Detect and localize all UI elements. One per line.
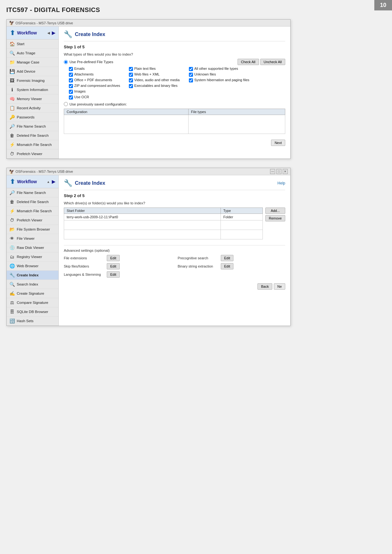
sidebar-item-file-name-search[interactable]: 🔎 File Name Search — [7, 122, 58, 131]
titlebar-text-2: OSForensics - MS7-Terrys USB drive — [15, 170, 73, 173]
checkbox-images-input[interactable] — [69, 90, 73, 94]
checkbox-hibernation[interactable]: System hibernation and paging files — [189, 78, 252, 82]
checkbox-plain-text[interactable]: Plain text files — [129, 67, 186, 71]
workflow-label-2: Workflow — [17, 179, 37, 184]
sidebar-item-system-information[interactable]: ℹ System Information — [7, 85, 58, 94]
checkbox-images-label: Images — [74, 89, 86, 93]
remove-folder-button[interactable]: Remove — [265, 215, 285, 221]
sidebar-item-2-hash-sets[interactable]: 🔣 Hash Sets — [7, 316, 58, 326]
sidebar-item-add-device[interactable]: 💾 Add Device — [7, 67, 58, 76]
add-device-icon: 💾 — [9, 69, 15, 74]
sidebar-item-2-create-index[interactable]: 🔧 Create Index — [7, 271, 58, 280]
sidebar-item-label-2-search-index: Search Index — [17, 282, 38, 286]
sidebar-item-prefetch-viewer[interactable]: ⏱ Prefetch Viewer — [7, 149, 58, 159]
checkbox-hibernation-input[interactable] — [189, 78, 193, 82]
sidebar-item-label-2-mismatch-file-search: Mismatch File Search — [17, 209, 52, 213]
close-button[interactable]: ✕ — [283, 169, 288, 174]
checkbox-executables-input[interactable] — [129, 84, 133, 88]
registry-viewer-icon-2: 🗂 — [9, 254, 15, 260]
expand-arrow-2[interactable]: ▶ — [52, 179, 55, 184]
checkbox-zip-input[interactable] — [69, 84, 73, 88]
create-index-ci-icon-2: 🔧 — [64, 179, 72, 187]
checkbox-web-xml-input[interactable] — [129, 73, 133, 77]
sidebar-item-manage-case[interactable]: 📁 Manage Case — [7, 58, 58, 67]
adv-btn-binary-string[interactable]: Edit — [221, 263, 234, 269]
sidebar-item-forensic-imaging[interactable]: 🖼 Forensic Imaging — [7, 76, 58, 85]
sidebar-item-2-search-index[interactable]: 🔍 Search Index — [7, 280, 58, 289]
checkbox-attachments[interactable]: Attachments — [69, 72, 126, 77]
checkbox-use-ocr-input[interactable] — [69, 95, 73, 99]
manage-case-icon: 📁 — [9, 59, 15, 65]
sidebar-item-memory-viewer[interactable]: 🧠 Memory Viewer — [7, 94, 58, 104]
checkbox-use-ocr[interactable]: Use OCR — [69, 95, 126, 99]
sidebar-item-2-create-signature[interactable]: ✍ Create Signature — [7, 289, 58, 298]
adv-row-binary-string: Binary string extraction Edit — [178, 263, 286, 269]
collapse-arrow-1[interactable]: ◀ — [47, 31, 50, 35]
checkbox-all-supported-input[interactable] — [189, 67, 193, 71]
checkbox-video-audio[interactable]: Video, audio and other media — [129, 78, 186, 82]
checkbox-all-supported[interactable]: All other supported file types — [189, 67, 252, 71]
sidebar-item-2-file-system-browser[interactable]: 📂 File System Browser — [7, 225, 58, 234]
checkbox-office-pdf-input[interactable] — [69, 78, 73, 82]
checkbox-plain-text-input[interactable] — [129, 67, 133, 71]
adv-btn-skip-files[interactable]: Edit — [107, 263, 120, 269]
sidebar-item-2-compare-signature[interactable]: ⚖ Compare Signature — [7, 298, 58, 307]
checkbox-images[interactable]: Images — [69, 89, 126, 94]
sidebar-item-2-file-name-search[interactable]: 🔎 File Name Search — [7, 188, 58, 197]
create-index-header-1: 🔧 Create Index — [64, 30, 285, 41]
next-button-1[interactable]: Next — [271, 140, 285, 146]
question-label-2: Which drive(s) or folder(s) would you li… — [64, 201, 285, 205]
workflow-label-1: Workflow — [17, 30, 37, 35]
sidebar-2: ⬆ Workflow ▲ ▶ 🔎 File Name Search 🗑 Dele… — [7, 175, 59, 326]
radio-predefined[interactable]: Use Pre-defined File Types Check All Unc… — [64, 59, 285, 65]
checkbox-plain-text-label: Plain text files — [134, 67, 156, 70]
maximize-button[interactable]: □ — [276, 169, 281, 174]
checkbox-office-pdf[interactable]: Office + PDF documents — [69, 78, 126, 82]
check-all-button[interactable]: Check All — [238, 59, 259, 65]
sidebar-item-2-web-browser[interactable]: 🌐 Web Browser — [7, 262, 58, 271]
sidebar-item-mismatch-file-search[interactable]: ⚡ Mismatch File Search — [7, 140, 58, 149]
expand-arrow-1[interactable]: ▶ — [52, 30, 55, 35]
sidebar-item-deleted-file-search[interactable]: 🗑 Deleted File Search — [7, 131, 58, 140]
help-link[interactable]: Help — [277, 181, 285, 185]
checkbox-unknown-files[interactable]: Unknown files — [189, 72, 252, 77]
checkbox-emails[interactable]: Emails — [69, 67, 126, 71]
next-button-2[interactable]: Ne — [274, 283, 285, 290]
back-button-2[interactable]: Back — [257, 283, 272, 290]
adv-btn-languages[interactable]: Edit — [107, 271, 120, 278]
sidebar-item-recent-activity[interactable]: 📋 Recent Activity — [7, 104, 58, 113]
advanced-section: Advanced settings (optional) File extens… — [64, 245, 285, 278]
checkbox-executables-label: Executables and binary files — [134, 84, 178, 87]
sidebar-item-2-mismatch-file-search[interactable]: ⚡ Mismatch File Search — [7, 207, 58, 216]
collapse-arrow-2[interactable]: ▲ — [47, 180, 50, 184]
sidebar-item-passwords[interactable]: 🔑 Passwords — [7, 113, 58, 122]
checkbox-video-audio-input[interactable] — [129, 78, 133, 82]
radio-predefined-input[interactable] — [64, 60, 68, 64]
sidebar-item-2-file-viewer[interactable]: 👁 File Viewer — [7, 234, 58, 243]
radio-saved[interactable]: Use previously saved configuration: — [64, 102, 285, 106]
checkbox-attachments-input[interactable] — [69, 73, 73, 77]
sidebar-item-label-2-deleted-file-search: Deleted File Search — [17, 200, 49, 204]
filetypes-cell-1 — [188, 115, 285, 134]
adv-label-skip-files: Skip files/folders — [64, 264, 105, 268]
start-icon: 🏠 — [9, 41, 15, 47]
question-label-1: What types of files would you like to in… — [64, 52, 285, 56]
checkbox-web-xml[interactable]: Web files + XML — [129, 72, 186, 77]
sidebar-item-2-deleted-file-search[interactable]: 🗑 Deleted File Search — [7, 197, 58, 207]
sidebar-item-2-sqlite-db-browser[interactable]: 🗄 SQLite DB Browser — [7, 307, 58, 316]
sidebar-item-start[interactable]: 🏠 Start — [7, 39, 58, 49]
sidebar-item-2-prefetch-viewer[interactable]: ⏱ Prefetch Viewer — [7, 216, 58, 225]
adv-btn-precognitive[interactable]: Edit — [221, 255, 234, 261]
sidebar-item-2-registry-viewer[interactable]: 🗂 Registry Viewer — [7, 252, 58, 262]
radio-saved-input[interactable] — [64, 102, 68, 106]
sidebar-item-2-raw-disk-viewer[interactable]: 💿 Raw Disk Viewer — [7, 243, 58, 252]
sidebar-item-auto-triage[interactable]: 🔍 Auto Triage — [7, 49, 58, 58]
uncheck-all-button[interactable]: Uncheck All — [260, 59, 285, 65]
add-folder-button[interactable]: Add... — [265, 208, 285, 214]
checkbox-executables[interactable]: Executables and binary files — [129, 84, 186, 88]
checkbox-emails-input[interactable] — [69, 67, 73, 71]
checkbox-zip[interactable]: ZIP and compressed archives — [69, 84, 126, 88]
adv-btn-file-extensions[interactable]: Edit — [107, 255, 120, 261]
checkbox-unknown-files-input[interactable] — [189, 73, 193, 77]
minimize-button[interactable]: — — [270, 169, 275, 174]
